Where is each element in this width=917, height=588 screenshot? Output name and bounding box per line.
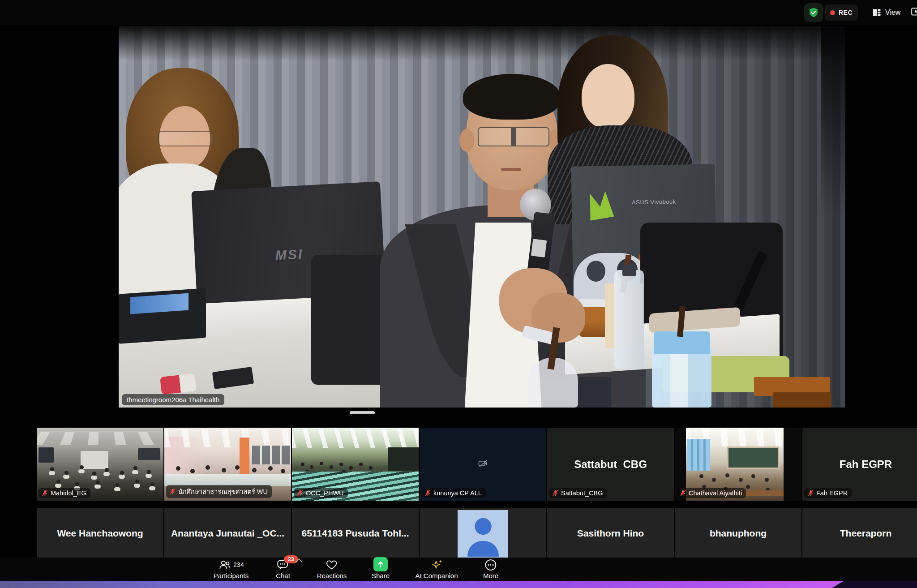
participant-center-name: Theeraporn <box>802 508 917 558</box>
heart-reactions-icon <box>326 559 338 571</box>
participants-button[interactable]: 234 Participants <box>214 558 249 579</box>
plastic-bag-hole-1 <box>587 261 605 282</box>
participant-name-pill: Fah EGPR <box>804 488 852 498</box>
participant-tile-pusuda[interactable]: 65114183 Pusuda Tohl... <box>292 508 419 558</box>
participant-tile-fah-egpr[interactable]: Fah EGPR Fah EGPR <box>802 428 917 501</box>
blue-curtain <box>687 439 710 471</box>
participant-name-pill: Sattabut_CBG <box>549 488 607 498</box>
active-speaker-name-label: thmeetingroom206a Thaihealth <box>122 394 224 405</box>
meeting-toolbar: 234 Participants 23 Chat Reactions <box>0 558 917 581</box>
wallpaper-dark-corner <box>832 581 917 588</box>
students <box>686 428 690 432</box>
security-shield-icon <box>808 7 819 18</box>
participant-center-name: Sasithorn Hino <box>547 508 674 558</box>
chat-button[interactable]: 23 Chat <box>276 558 290 579</box>
ai-companion-button[interactable]: AI Companion <box>415 558 458 579</box>
participant-center-name: bhanuphong <box>675 508 801 558</box>
ai-companion-sparkle-icon <box>430 559 443 571</box>
crowd <box>292 428 296 431</box>
participant-tile-bhanuphong[interactable]: bhanuphong <box>675 508 801 558</box>
rec-dot-icon <box>830 10 835 15</box>
microphone-label <box>531 239 547 258</box>
back-attendee-face <box>582 64 634 129</box>
participant-tile-occ-phwu[interactable]: OCC_PHWU <box>292 428 419 501</box>
participant-tile-wu-students[interactable]: นักศึกษาสาธารณสุขศาสตร์ WU <box>164 428 291 501</box>
muted-mic-icon <box>679 489 686 497</box>
wooden-chair-leg <box>773 392 831 408</box>
wall-tv-left <box>39 447 54 463</box>
view-button[interactable]: View <box>872 5 900 20</box>
participant-tile-anantaya[interactable]: Anantaya Junautai _OC... <box>164 508 291 558</box>
table-red-object <box>160 373 197 395</box>
water-bottle <box>614 270 644 369</box>
msi-logo-text: MSI <box>275 247 304 263</box>
filmstrip-drag-handle[interactable] <box>350 411 375 414</box>
speaker-glasses <box>478 127 549 146</box>
muted-mic-icon <box>807 489 814 497</box>
blackboard <box>388 447 419 471</box>
left-attendee-glasses <box>158 131 214 146</box>
share-icon <box>373 557 388 571</box>
blue-pitcher-body <box>652 347 711 408</box>
chalkboard <box>727 446 779 469</box>
participant-tile-sattabut[interactable]: Sattabut_CBG Sattabut_CBG <box>547 428 674 501</box>
participant-name-pill: นักศึกษาสาธารณสุขศาสตร์ WU <box>166 485 272 498</box>
muted-mic-icon <box>296 489 304 497</box>
muted-mic-icon <box>169 488 176 495</box>
participant-tile-chathaval[interactable]: Chathaval Aiyathiti <box>675 428 801 501</box>
participants-count: 234 <box>233 561 244 568</box>
more-button[interactable]: More <box>483 558 498 579</box>
participants-icon <box>218 559 231 571</box>
muted-mic-icon <box>424 489 431 497</box>
ceiling-dark-band <box>119 26 845 60</box>
more-ellipsis-icon <box>484 559 497 571</box>
meeting-top-bar: REC View <box>0 0 917 25</box>
ceiling-lights <box>37 432 163 445</box>
water-bottle-cap <box>622 265 636 276</box>
view-label: View <box>885 9 900 17</box>
right-edge-shadow <box>821 26 845 217</box>
speaker-ear-left <box>459 129 474 152</box>
camera-off-icon <box>478 458 488 471</box>
participant-tile-theeraporn[interactable]: Theeraporn <box>802 508 917 558</box>
gallery-view-icon <box>872 8 881 17</box>
ceiling-lights <box>292 429 419 448</box>
participant-tile-sasithorn[interactable]: Sasithorn Hino <box>547 508 674 558</box>
student-shirts <box>37 428 43 432</box>
share-screen-button[interactable]: Share <box>372 558 390 579</box>
participant-name-pill: Mahidol_EG <box>39 488 90 498</box>
person-avatar-icon <box>463 512 503 557</box>
reactions-button[interactable]: Reactions <box>317 558 347 579</box>
wall-panel-right <box>138 448 160 460</box>
participant-center-name: 65114183 Pusuda Tohl... <box>292 508 419 558</box>
security-button[interactable] <box>804 3 823 22</box>
exit-fullscreen-icon <box>911 6 917 18</box>
participant-tile-wee[interactable]: Wee Hanchaowong <box>37 508 163 558</box>
participant-tile-kununya[interactable]: kununya CP ALL <box>420 428 546 501</box>
orange-pillar <box>240 438 249 479</box>
profile-avatar <box>458 510 508 558</box>
participant-name-pill: OCC_PHWU <box>294 488 348 498</box>
participant-tile-avatar[interactable] <box>420 508 546 558</box>
lab-tables <box>164 474 291 486</box>
participant-center-name: Anantaya Junautai _OC... <box>164 508 291 558</box>
windows-right <box>252 446 291 464</box>
student-heads <box>164 428 169 432</box>
topbar-divider <box>859 6 859 19</box>
participant-center-name: Wee Hanchaowong <box>37 508 163 558</box>
projector-screen <box>81 451 108 469</box>
exit-fullscreen-button[interactable] <box>911 6 917 18</box>
muted-mic-icon <box>41 489 48 497</box>
speaker-hair <box>463 74 560 120</box>
participant-name-pill: kununya CP ALL <box>421 488 486 498</box>
recording-indicator[interactable]: REC <box>825 4 858 21</box>
rec-label: REC <box>839 9 853 16</box>
dark-glass <box>578 377 612 408</box>
participant-tile-mahidol-eg[interactable]: Mahidol_EG <box>37 428 163 501</box>
active-speaker-video: MSI ASUS <box>119 26 845 408</box>
participant-name-pill: Chathaval Aiyathiti <box>677 488 746 498</box>
asus-logo-text: ASUS Vivobook <box>632 198 705 206</box>
desktop-wallpaper-strip <box>0 581 917 588</box>
ceiling-lights <box>164 429 291 447</box>
speaker-mouth <box>501 168 521 171</box>
